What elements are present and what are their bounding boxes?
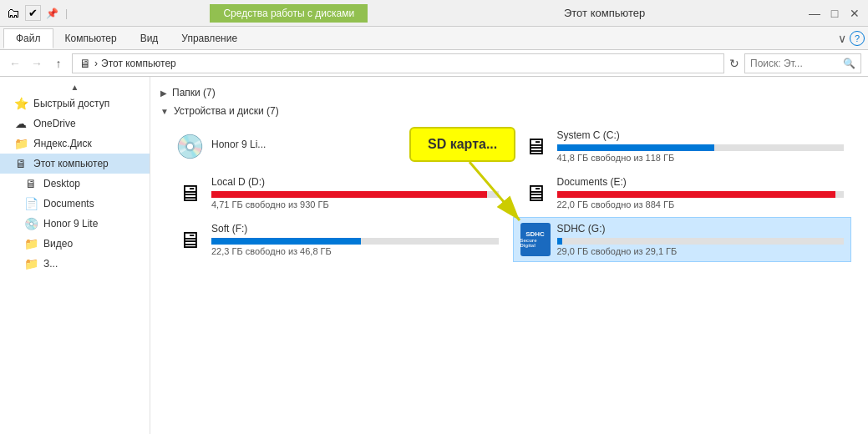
sidebar-item-label: Видео <box>43 238 73 250</box>
honor9-icon: 💿 <box>23 217 38 230</box>
tab-manage[interactable]: Управление <box>170 29 249 48</box>
path-separator: › <box>94 58 98 69</box>
devices-section-label: Устройства и диски (7) <box>174 105 279 117</box>
drive-bar-bg <box>211 238 499 245</box>
devices-arrow-icon: ▼ <box>160 107 169 116</box>
drive-bar <box>557 144 715 151</box>
window-title: Этот компьютер <box>368 7 808 19</box>
drive-optical-icon: 💿 <box>175 133 205 160</box>
folders-section-label: Папки (7) <box>172 87 216 98</box>
tooltip-box: SD карта... <box>409 127 515 162</box>
drive-bar <box>211 191 487 198</box>
tab-view[interactable]: Вид <box>129 29 170 48</box>
sidebar-item-label: Desktop <box>43 178 80 189</box>
folders-arrow-icon: ▶ <box>160 88 167 98</box>
help-button[interactable]: ? <box>850 31 865 46</box>
sidebar-item-label: OneDrive <box>33 118 76 129</box>
address-path[interactable]: 🖥 › Этот компьютер <box>72 53 724 73</box>
window-controls: — □ ✕ <box>808 7 861 20</box>
path-icon: 🖥 <box>79 57 91 70</box>
app-icon: 🗂 <box>7 6 20 21</box>
search-bar[interactable]: 🔍 <box>744 53 861 73</box>
sidebar-item-documents[interactable]: 📄 Documents <box>0 194 150 214</box>
path-label: Этот компьютер <box>101 58 176 69</box>
sidebar-item-desktop[interactable]: 🖥 Desktop <box>0 174 150 194</box>
drive-info: Documents (E:) 22,0 ГБ свободно из 884 Г… <box>557 176 845 209</box>
drive-bar-bg <box>557 144 845 151</box>
sidebar-item-more[interactable]: 📁 З... <box>0 254 150 274</box>
sidebar-item-label: Быстрый доступ <box>33 98 109 109</box>
desktop-icon: 🖥 <box>23 177 38 190</box>
close-button[interactable]: ✕ <box>848 7 861 20</box>
tooltip-wrapper: SD карта... <box>409 127 515 162</box>
this-pc-icon: 🖥 <box>13 157 28 170</box>
yandex-icon: 📁 <box>13 137 28 150</box>
drive-name: System C (C:) <box>557 129 845 141</box>
sidebar-item-this-pc[interactable]: 🖥 Этот компьютер <box>0 154 150 174</box>
drive-free: 22,3 ГБ свободно из 46,8 ГБ <box>211 246 499 256</box>
sidebar-item-label: Honor 9 Lite <box>43 218 98 230</box>
sidebar: ▲ ⭐ Быстрый доступ ☁ OneDrive 📁 Яндекс.Д… <box>0 77 150 434</box>
drive-documents-e[interactable]: 🖥 Documents (E:) 22,0 ГБ свободно из 884… <box>513 170 852 215</box>
drive-info: SDHC (G:) 29,0 ГБ свободно из 29,1 ГБ <box>557 223 845 256</box>
search-input[interactable] <box>750 58 843 69</box>
sidebar-item-quick-access[interactable]: ⭐ Быстрый доступ <box>0 93 150 114</box>
sidebar-item-video[interactable]: 📁 Видео <box>0 234 150 254</box>
sidebar-item-yandex[interactable]: 📁 Яндекс.Диск <box>0 134 150 154</box>
up-button[interactable]: ↑ <box>50 57 67 70</box>
drive-free: 41,8 ГБ свободно из 118 ГБ <box>557 153 845 163</box>
main-layout: ▲ ⭐ Быстрый доступ ☁ OneDrive 📁 Яндекс.Д… <box>0 77 868 434</box>
ribbon-collapse-button[interactable]: ∨ <box>838 32 846 45</box>
ribbon-tabs: Файл Компьютер Вид Управление <box>3 28 838 48</box>
address-bar: ← → ↑ 🖥 › Этот компьютер ↻ 🔍 <box>0 50 868 77</box>
separator: | <box>65 8 68 19</box>
documents-icon: 📄 <box>23 197 38 210</box>
quick-access-icon: ⭐ <box>13 97 28 110</box>
drive-bar <box>557 238 563 245</box>
sidebar-scroll-up[interactable]: ▲ <box>0 80 150 93</box>
drive-bar-bg <box>557 191 845 198</box>
title-bar: 🗂 ✔ 📌 | Средства работы с дисками Этот к… <box>0 0 868 27</box>
title-bar-left: 🗂 ✔ 📌 | <box>7 5 210 21</box>
quick-access-icon1: ✔ <box>25 5 41 21</box>
more-icon: 📁 <box>23 257 38 270</box>
drive-system-icon: 🖥 <box>520 133 551 160</box>
tab-computer[interactable]: Компьютер <box>53 29 129 48</box>
drive-bar <box>211 238 361 245</box>
devices-section-header[interactable]: ▼ Устройства и диски (7) <box>160 102 858 120</box>
drive-info: System C (C:) 41,8 ГБ свободно из 118 ГБ <box>557 129 845 163</box>
tooltip-arrow-svg <box>453 162 553 229</box>
refresh-button[interactable]: ↻ <box>729 57 739 70</box>
content-area: ▶ Папки (7) ▼ Устройства и диски (7) 💿 H… <box>150 77 868 434</box>
svg-line-1 <box>470 162 520 220</box>
ribbon-right: ∨ ? <box>838 31 865 46</box>
onedrive-icon: ☁ <box>13 117 28 130</box>
pin-icon: 📌 <box>46 8 58 19</box>
video-icon: 📁 <box>23 237 38 250</box>
sidebar-item-label: Documents <box>43 198 94 209</box>
sidebar-item-label: Этот компьютер <box>33 158 109 169</box>
maximize-button[interactable]: □ <box>828 7 841 20</box>
folders-section-header[interactable]: ▶ Папки (7) <box>160 83 858 102</box>
sidebar-item-onedrive[interactable]: ☁ OneDrive <box>0 114 150 134</box>
back-button[interactable]: ← <box>7 57 23 70</box>
sidebar-item-honor9[interactable]: 💿 Honor 9 Lite <box>0 214 150 234</box>
drive-hdd-icon: 🖥 <box>175 179 205 207</box>
forward-button[interactable]: → <box>28 57 45 70</box>
drive-system-c[interactable]: 🖥 System C (C:) 41,8 ГБ свободно из 118 … <box>513 124 852 169</box>
drive-name: SDHC (G:) <box>557 223 845 235</box>
drive-free: 29,0 ГБ свободно из 29,1 ГБ <box>557 246 845 256</box>
sidebar-item-label: З... <box>43 258 58 270</box>
ribbon-bar: Файл Компьютер Вид Управление ∨ ? <box>0 27 868 50</box>
ribbon-section-label: Средства работы с дисками <box>210 4 368 23</box>
drive-sdhc-g[interactable]: SDHC Secure Digital SDHC (G:) 29,0 ГБ св… <box>513 217 852 262</box>
sidebar-item-label: Яндекс.Диск <box>33 138 92 149</box>
drive-bar <box>557 191 835 198</box>
drive-bar-bg <box>557 238 845 245</box>
drive-hdd-icon: 🖥 <box>175 226 205 254</box>
minimize-button[interactable]: — <box>808 7 821 20</box>
tab-file[interactable]: Файл <box>3 28 53 48</box>
drive-free: 22,0 ГБ свободно из 884 ГБ <box>557 199 845 209</box>
drive-name: Documents (E:) <box>557 176 845 188</box>
search-icon: 🔍 <box>843 58 855 69</box>
